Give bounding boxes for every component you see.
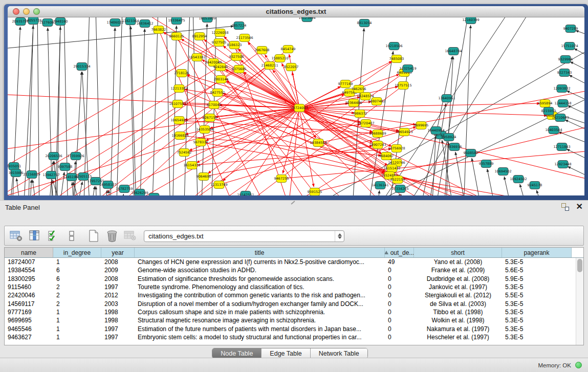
graph-node-label: 16154376 [183,163,200,167]
tab-node-table[interactable]: Node Table [212,348,262,358]
table-row[interactable]: 1456911722003Disruption of a novel membe… [5,299,583,308]
screen: citations_edges.txt 18724007766382286601… [0,0,588,372]
graph-node-label: 18626299 [131,191,148,195]
graph-node-label: 9327508 [229,55,244,59]
scrollbar-thumb[interactable] [577,259,582,272]
new-document-icon[interactable] [86,229,100,243]
network-canvas[interactable]: 1872400776638228660125891295412226058932… [8,17,584,195]
cell: 5.5E-5 [502,291,572,299]
graph-node-label: 19218506 [385,44,402,48]
graph-node-label: 16151432 [383,166,400,170]
cell: 5.9E-5 [502,275,572,283]
table-panel-header: Table Panel ✕ [0,201,588,214]
zoom-window-button[interactable] [33,8,40,15]
table-panel: Table Panel ✕ [0,200,588,372]
column-header-in_degree[interactable]: in_degree [53,248,101,257]
graph-node-label: 10924502 [510,177,527,181]
graph-node-label: 1595894 [538,101,553,105]
sort-ascending-icon [385,251,388,254]
select-rows-icon[interactable] [46,229,60,243]
graph-node-label: 16210643 [552,116,569,120]
graph-node-label: 8958924 [442,135,456,139]
graph-node-label: 2803144 [214,77,229,81]
column-header-pagerank[interactable]: pagerank [502,248,572,257]
table-row[interactable]: 946554611997Estimation of the future num… [5,324,583,333]
graph-node-label: 8375685 [232,67,247,71]
table-source-select[interactable]: citations_edges.txt [144,230,344,242]
column-header-year[interactable]: year [101,248,135,257]
delete-trash-icon[interactable] [105,229,119,243]
graph-node-label: 9227343 [557,71,572,75]
cell: Wolkin et al. (1998) [414,316,502,324]
table-row[interactable]: 946362711997Embryonic stem cells: a mode… [5,333,583,341]
table-row[interactable]: 1872400712008Changes of HCN gene express… [5,258,583,266]
status-bar: Memory: OK [0,358,588,372]
network-graph[interactable]: 1872400776638228660125891295412226058932… [8,17,584,195]
cell: 5.3E-5 [502,308,572,316]
graph-node-label: 29015334 [73,64,90,69]
cell: 1 [53,308,101,316]
cell: Investigating the contribution of common… [135,291,385,299]
delete-table-disabled-icon [123,229,137,243]
table-row[interactable]: 977716911998Corpus callosum shape and si… [5,308,583,316]
table-row[interactable]: 969969511998Structural magnetic resonanc… [5,316,583,324]
graph-node-label: 12325419 [399,67,416,71]
column-header-name[interactable]: name [5,248,53,257]
cell: 9115460 [5,283,53,291]
table-row[interactable]: 1938455462009Genome-wide association stu… [5,266,583,274]
table-options-icon[interactable] [9,229,23,243]
cell: 1 [53,258,101,266]
stacked-boxes-icon[interactable] [64,229,78,243]
graph-node-label: 9064698 [197,174,211,179]
table-row[interactable]: 911546021997Tourette syndrome. Phenomeno… [5,283,583,291]
graph-node-label: 8912954 [192,34,207,38]
table-row[interactable]: 2242004622012Investigating the contribut… [5,291,583,299]
cell: 14569117 [5,299,53,308]
cell: 2 [53,283,101,291]
tab-network-table[interactable]: Network Table [311,348,367,358]
show-columns-icon[interactable] [28,229,41,243]
cell: 1998 [101,316,135,324]
divider-grip[interactable] [291,201,295,204]
column-header-out_de[interactable]: out_de... [385,248,414,257]
graph-node-label: 18248574 [357,94,374,98]
cell: 2012 [101,291,135,299]
cell: 0 [385,266,414,274]
memory-status-icon [575,362,582,368]
graph-node-label: 15885210 [271,56,288,60]
float-panel-icon[interactable] [561,203,569,211]
graph-node-label: 9591525 [308,190,322,194]
graph-node-label: 17359926 [67,154,84,158]
close-panel-icon[interactable]: ✕ [576,203,583,211]
graph-node-label: 3935051 [8,164,21,168]
graph-node-label: 7524562 [177,150,192,155]
graph-node-label: 9598524 [147,195,162,195]
graph-node-label: 20364486 [345,101,362,105]
window-titlebar[interactable]: citations_edges.txt [8,6,584,17]
graph-node-label: 20206536 [45,154,62,158]
cell: Nakamura et al. (1997) [414,324,502,333]
graph-node-label: 19166825 [171,134,188,138]
cell: 5.3E-5 [502,299,572,308]
graph-node-label: 8267150 [203,116,217,120]
cell: 1997 [101,333,135,341]
cell: Dudbridge et al. (2008) [414,275,502,283]
graph-node-label: 8186323 [227,43,242,47]
cell: Franke et al. (2009) [414,266,502,274]
graph-node-label: 9242845 [213,65,228,69]
cell: 18300295 [5,275,53,283]
minimize-window-button[interactable] [23,8,30,15]
graph-node-label: 8813054 [357,21,372,25]
cell: Estimation of the future numbers of pati… [135,324,385,333]
table-body: 1872400712008Changes of HCN gene express… [5,258,583,341]
graph-node-label: 9245178 [528,183,542,187]
column-header-title[interactable]: title [135,248,385,257]
table-row[interactable]: 1830029562008Estimation of significance … [5,275,583,283]
tab-edge-table[interactable]: Edge Table [262,348,310,358]
vertical-scrollbar[interactable] [576,258,583,345]
close-window-button[interactable] [13,8,19,15]
cell: Structural magnetic resonance image aver… [135,316,385,324]
column-header-short[interactable]: short [414,248,502,257]
graph-node-label: 19336475 [168,18,185,23]
graph-node-label: 7462656 [352,87,366,91]
